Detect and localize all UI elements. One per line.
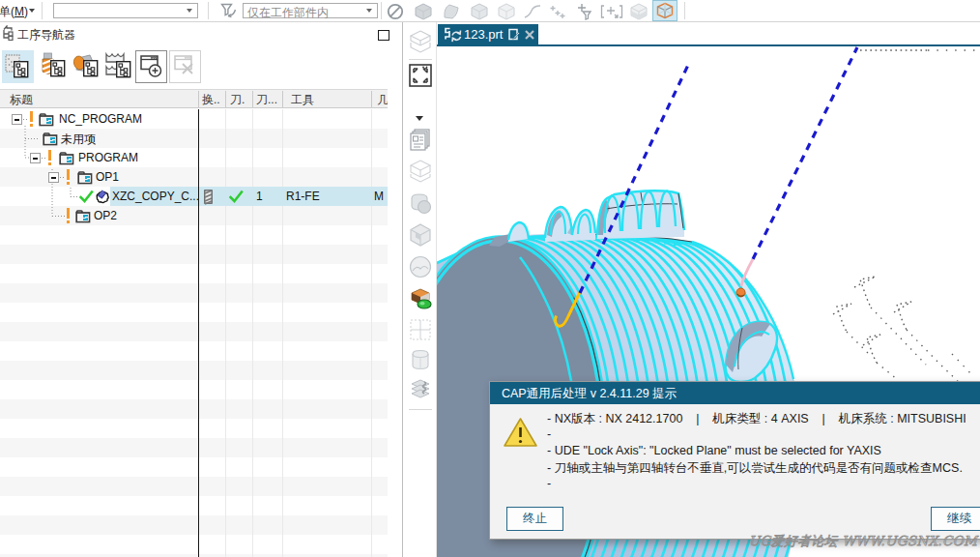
point-filter-icon[interactable]: [545, 2, 568, 21]
panel-title: 工序导航器: [17, 27, 75, 44]
component-filter-icon[interactable]: [599, 2, 624, 21]
dialog-line: -: [547, 427, 551, 441]
dialog-line: -: [547, 477, 551, 490]
top-toolbar: 单(M) 仅在工作部件内: [0, 0, 980, 22]
grid-icon[interactable]: [408, 317, 433, 342]
post-processor-dialog: CAP通用后处理 v 2.4.11.29 提示 - NX版本 : NX 2412…: [489, 381, 980, 540]
fit-window-icon[interactable]: [408, 63, 433, 88]
menu-button[interactable]: 单(M): [0, 3, 30, 19]
navigator-views-toolbar: [0, 47, 402, 88]
hidden-wireframe: [833, 50, 980, 386]
resource-bar-separator: [409, 409, 432, 410]
column-separator[interactable]: [252, 91, 253, 108]
cylinder-icon[interactable]: [408, 347, 433, 372]
geometry-view-button[interactable]: [71, 50, 102, 83]
nx-window: 单(M) 仅在工作部件内: [0, 0, 980, 557]
round-body-icon[interactable]: [408, 191, 433, 216]
dialog-line: - 刀轴或主轴与第四轴转台不垂直,可以尝试生成的代码是否有问题或检查MCS.: [547, 460, 963, 477]
path-ok-check-icon: [79, 190, 94, 204]
machining-method-view-button[interactable]: [103, 50, 135, 83]
resource-bar-separator: [409, 59, 432, 60]
rapid-move-2: [753, 47, 857, 259]
abort-button[interactable]: 终止: [506, 507, 563, 531]
feature-filter-icon[interactable]: [627, 2, 650, 21]
layers-icon[interactable]: [408, 376, 433, 401]
edit-window-icon[interactable]: [507, 28, 520, 41]
assembly-navigator-icon[interactable]: [408, 29, 433, 54]
program-group-icon: [39, 113, 54, 127]
column-tool[interactable]: 工具: [291, 92, 314, 108]
tree-row-program[interactable]: PROGRAM: [0, 148, 388, 167]
find-object-button[interactable]: [135, 50, 167, 83]
title-column-divider[interactable]: [198, 109, 199, 557]
part-modified-icon: [442, 27, 465, 44]
column-title[interactable]: 标题: [10, 92, 33, 108]
machine-tool-view-button[interactable]: [38, 50, 70, 83]
repost-marker-icon: [30, 111, 33, 127]
face-filter-icon[interactable]: [440, 2, 463, 21]
path-generated-check-icon: [229, 190, 244, 204]
combo-arrow-icon: [187, 9, 192, 13]
repost-marker-icon: [67, 169, 70, 185]
collapse-icon[interactable]: [30, 153, 41, 163]
toolbar-separator: [42, 2, 43, 19]
operation-icon: [95, 190, 110, 204]
navigator-icon: [2, 25, 16, 41]
curve-filter-icon[interactable]: [522, 2, 543, 21]
stop-find-button[interactable]: [169, 50, 201, 83]
machining-wizard-icon[interactable]: [408, 285, 433, 310]
more-arrow-icon[interactable]: [416, 116, 423, 121]
column-toolnumber[interactable]: 刀...: [256, 92, 277, 108]
column-geometry[interactable]: 几: [377, 92, 388, 108]
edge-filter-icon[interactable]: [495, 2, 518, 21]
column-separator[interactable]: [198, 91, 199, 108]
dialog-title: CAP通用后处理 v 2.4.11.29 提示: [502, 386, 677, 402]
whole-assembly-icon: [654, 2, 676, 19]
program-group-icon: [59, 152, 74, 165]
watermark: UG爱好者论坛 WWW.UGSNX.COM: [749, 533, 977, 550]
menu-caret-icon: [29, 9, 35, 13]
scene-icon[interactable]: [408, 254, 433, 279]
collapse-icon[interactable]: [12, 114, 22, 125]
toolbar-separator: [208, 2, 209, 19]
close-icon[interactable]: [524, 29, 535, 41]
dialog-line: - UDE "Lock Axis": "Locked Plane" must b…: [547, 444, 881, 457]
program-order-view-button[interactable]: [2, 50, 34, 83]
selection-scope-value: 仅在工作部件内: [247, 5, 329, 21]
cell-tool: R1-FE: [286, 190, 320, 203]
repost-marker-icon: [67, 208, 70, 223]
continue-button[interactable]: 继续: [931, 507, 980, 531]
no-selection-filter-icon[interactable]: [386, 2, 405, 21]
graphics-viewport[interactable]: 123.prt: [437, 22, 980, 557]
shaded-cube-icon[interactable]: [408, 222, 433, 248]
program-group-icon: [43, 132, 58, 146]
constraint-navigator-icon[interactable]: [408, 159, 433, 184]
collapse-icon[interactable]: [48, 172, 59, 183]
tool-change-icon: [204, 190, 213, 205]
toolbar-separator: [381, 2, 382, 19]
tab-title: 123.prt: [464, 27, 503, 42]
column-path[interactable]: 刀.: [230, 92, 245, 108]
column-separator[interactable]: [371, 91, 372, 108]
part-tab[interactable]: 123.prt: [438, 24, 538, 44]
program-group-icon: [75, 210, 91, 223]
menu-mnemonic: M: [14, 5, 24, 18]
snap-point-icon[interactable]: [572, 2, 597, 21]
part-navigator-icon[interactable]: [408, 127, 433, 152]
column-toolchange[interactable]: 换..: [202, 92, 220, 108]
program-group-icon: [77, 171, 93, 185]
selection-scope-combo[interactable]: 仅在工作部件内: [243, 3, 378, 18]
dialog-line: - NX版本 : NX 2412.1700 | 机床类型 : 4 AXIS | …: [547, 411, 966, 427]
selection-filter-icon[interactable]: [218, 2, 240, 21]
toolbar-separator: [684, 2, 685, 19]
column-separator[interactable]: [282, 91, 283, 108]
panel-maximize-button[interactable]: [378, 30, 389, 41]
warning-icon: [503, 417, 538, 449]
body-filter-icon[interactable]: [468, 2, 491, 21]
solid-body-filter-icon[interactable]: [412, 2, 435, 21]
resource-bar: [404, 22, 437, 557]
repost-marker-icon: [48, 150, 51, 165]
dialog-titlebar[interactable]: CAP通用后处理 v 2.4.11.29 提示: [490, 382, 980, 404]
column-separator[interactable]: [225, 91, 226, 108]
command-finder-combo[interactable]: [53, 3, 198, 18]
